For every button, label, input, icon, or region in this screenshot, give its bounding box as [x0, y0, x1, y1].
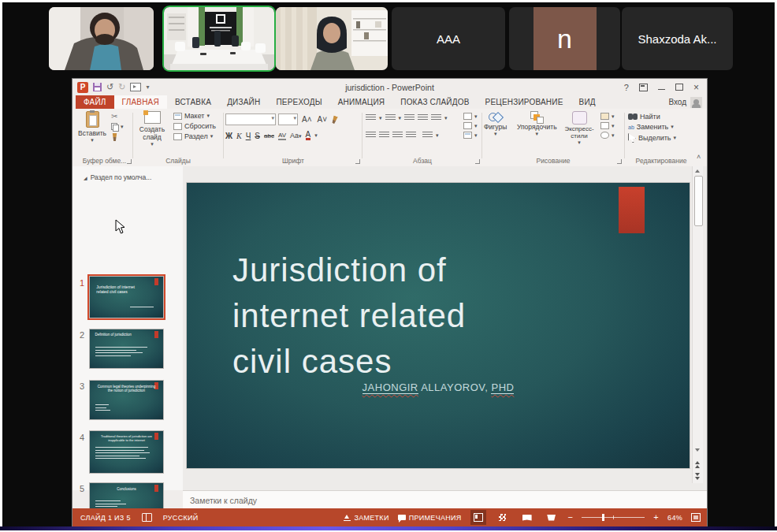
replace-button[interactable]: abЗаменить▾ — [628, 123, 676, 131]
spellcheck-icon[interactable] — [142, 513, 152, 522]
current-slide-canvas[interactable]: Jurisdiction of internet related civil c… — [187, 183, 690, 468]
scroll-down-icon[interactable] — [695, 448, 700, 452]
justify-icon[interactable] — [406, 132, 416, 139]
italic-button[interactable]: К — [236, 132, 242, 140]
change-case-button[interactable]: Aa▾ — [290, 132, 302, 140]
tab-home[interactable]: ГЛАВНАЯ — [114, 95, 167, 109]
shape-effects-button[interactable]: ▾ — [600, 132, 615, 139]
tab-review[interactable]: РЕЦЕНЗИРОВАНИЕ — [478, 95, 571, 109]
cut-button[interactable]: ✂ — [111, 112, 124, 121]
slide-thumbnail-2[interactable]: Definition of jurisdiction — [89, 329, 164, 369]
fit-slide-to-window-icon[interactable] — [691, 513, 701, 522]
font-color-button[interactable]: A — [306, 131, 311, 140]
font-size-combo[interactable] — [278, 113, 298, 125]
shapes-button[interactable]: Фигуры ▾ — [484, 111, 507, 137]
abc-strike-button[interactable]: abc — [264, 132, 274, 140]
ribbon-display-options-icon[interactable] — [639, 84, 648, 91]
section-button[interactable]: Раздел▾ — [173, 132, 216, 140]
character-spacing-button[interactable]: AV — [278, 132, 286, 140]
zoom-in-button[interactable]: + — [653, 514, 659, 521]
slide-thumbnail-1[interactable]: Jurisdiction of internet related civil c… — [89, 276, 164, 318]
notes-pane[interactable]: Заметки к слайду — [183, 490, 707, 509]
line-spacing-icon[interactable] — [431, 114, 441, 121]
participant-tile-shaxzoda[interactable]: Shaxzoda Ak... — [622, 7, 733, 70]
slide-title-textbox[interactable]: Jurisdiction of internet related civil c… — [232, 247, 466, 385]
participant-video-2-active-speaker[interactable] — [164, 7, 274, 70]
zoom-slider-thumb[interactable] — [602, 514, 604, 521]
shrink-font-button[interactable]: A˅ — [316, 115, 329, 124]
align-left-icon[interactable] — [366, 132, 376, 139]
shape-outline-button[interactable]: ▾ — [600, 122, 615, 129]
dialog-launcher-icon[interactable] — [475, 159, 480, 164]
dialog-launcher-icon[interactable] — [617, 159, 622, 164]
reset-button[interactable]: Сбросить — [173, 122, 216, 130]
underline-button[interactable]: Ч — [246, 132, 251, 140]
paste-button[interactable]: Вставить ▾ — [78, 111, 106, 143]
next-slide-icon[interactable] — [694, 473, 701, 481]
participant-video-3[interactable] — [276, 7, 388, 70]
normal-view-button[interactable] — [470, 510, 486, 525]
sign-in[interactable]: Вход — [668, 95, 707, 109]
align-center-icon[interactable] — [379, 132, 389, 139]
tab-transitions[interactable]: ПЕРЕХОДЫ — [268, 95, 329, 109]
tab-slideshow[interactable]: ПОКАЗ СЛАЙДОВ — [392, 95, 477, 109]
text-direction-button[interactable]: ▾ — [463, 113, 478, 120]
align-text-button[interactable]: ▾ — [463, 122, 478, 129]
scrollbar-thumb[interactable] — [694, 176, 703, 226]
convert-smartart-button[interactable]: ▾ — [463, 132, 478, 139]
layout-button[interactable]: Макет▾ — [173, 112, 216, 120]
strikethrough-button[interactable]: S — [255, 132, 260, 140]
tab-insert[interactable]: ВСТАВКА — [167, 95, 219, 109]
restore-icon[interactable] — [675, 84, 683, 91]
notes-placeholder[interactable]: Заметки к слайду — [183, 496, 257, 505]
reading-view-button[interactable] — [519, 510, 535, 525]
notes-toggle[interactable]: ЗАМЕТКИ — [344, 514, 388, 522]
scroll-up-icon[interactable] — [695, 169, 700, 173]
new-slide-button[interactable]: Создать слайд ▾ — [134, 111, 170, 147]
dialog-launcher-icon[interactable] — [127, 159, 132, 164]
mouse-cursor — [115, 219, 126, 235]
arrange-button[interactable]: Упорядочить ▾ — [517, 111, 557, 137]
decrease-indent-icon[interactable] — [404, 114, 415, 121]
font-name-combo[interactable] — [225, 113, 276, 125]
dialog-launcher-icon[interactable] — [355, 159, 360, 164]
quick-styles-button[interactable]: Экспресс-стили ▾ — [564, 111, 594, 146]
collapse-ribbon-icon[interactable]: ˄ — [697, 153, 701, 161]
zoom-slider[interactable] — [582, 517, 645, 518]
format-painter-button[interactable] — [111, 133, 124, 141]
increase-indent-icon[interactable] — [418, 114, 428, 121]
language-indicator[interactable]: РУССКИЙ — [163, 514, 199, 522]
tab-view[interactable]: ВИД — [571, 95, 604, 109]
zoom-percent[interactable]: 64% — [667, 514, 682, 522]
copy-button[interactable]: ▾ — [111, 123, 124, 131]
numbering-icon[interactable] — [385, 114, 396, 121]
previous-slide-icon[interactable] — [694, 461, 701, 469]
bold-button[interactable]: Ж — [225, 132, 232, 140]
shape-fill-button[interactable]: ▾ — [600, 113, 615, 120]
clear-formatting-icon[interactable] — [330, 114, 340, 124]
select-button[interactable]: Выделить▾ — [628, 133, 676, 143]
columns-icon[interactable] — [422, 132, 433, 139]
slide-number-5: 5 — [80, 484, 84, 493]
slide-thumbnail-3[interactable]: Common legal theories underpinning the n… — [89, 380, 164, 420]
zoom-out-button[interactable]: − — [568, 514, 574, 521]
find-button[interactable]: Найти — [628, 113, 676, 121]
participant-tile-aaa[interactable]: AAA — [392, 7, 505, 70]
tab-file[interactable]: ФАЙЛ — [76, 95, 114, 109]
align-right-icon[interactable] — [392, 132, 403, 139]
section-header[interactable]: Раздел по умолча... — [84, 173, 151, 181]
slide-thumbnail-4[interactable]: Traditional theories of jurisdiction are… — [89, 430, 164, 474]
group-label-slides: Слайды — [134, 157, 222, 165]
editor-scrollbar[interactable] — [692, 166, 703, 483]
tab-animations[interactable]: АНИМАЦИЯ — [330, 95, 393, 109]
slide-subtitle-textbox[interactable]: JAHONGIR ALLAYOROV, PHD — [187, 381, 690, 393]
slideshow-view-button[interactable] — [544, 510, 560, 525]
comments-toggle[interactable]: ПРИМЕЧАНИЯ — [398, 514, 462, 522]
bullets-icon[interactable] — [366, 114, 376, 121]
participant-tile-n[interactable]: n — [509, 7, 620, 70]
clipboard-small-buttons: ✂ ▾ — [111, 112, 124, 141]
participant-video-1[interactable] — [49, 7, 154, 70]
grow-font-button[interactable]: A˄ — [300, 115, 314, 124]
tab-design[interactable]: ДИЗАЙН — [219, 95, 268, 109]
slide-sorter-view-button[interactable] — [495, 510, 511, 525]
